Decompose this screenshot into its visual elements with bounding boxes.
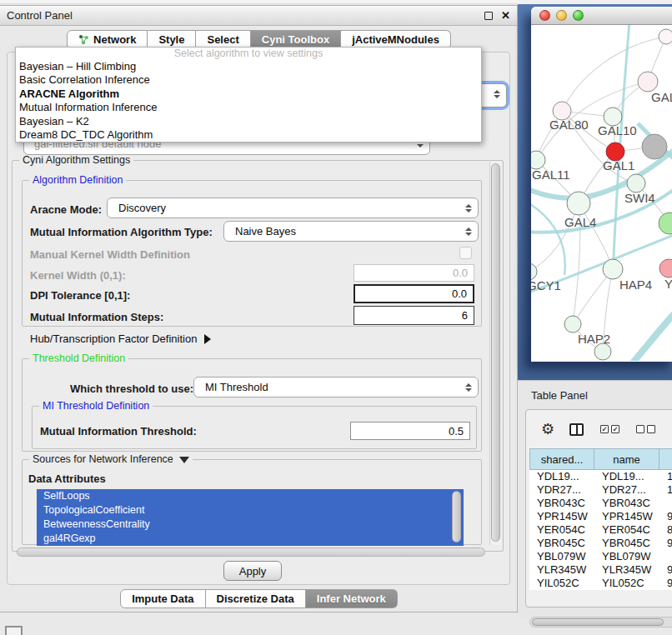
which-threshold-label: Which threshold to use: bbox=[70, 382, 193, 396]
network-node-hap4[interactable] bbox=[603, 259, 623, 279]
column-header[interactable]: A bbox=[659, 448, 672, 470]
table-row[interactable]: YBR043CYBR043C bbox=[529, 497, 672, 510]
mi-steps-label: Mutual Information Steps: bbox=[30, 311, 163, 324]
mi-type-value: Naive Bayes bbox=[235, 225, 296, 238]
network-node-y[interactable] bbox=[659, 259, 672, 278]
table-row[interactable]: YBR045CYBR045C9. bbox=[529, 537, 672, 550]
table-cell: YER054C bbox=[529, 523, 594, 537]
node-label: GAL1 bbox=[603, 158, 634, 172]
bottom-tab-bar: Impute DataDiscretize DataInfer Network bbox=[0, 589, 518, 608]
table-header-row: shared...nameA bbox=[529, 448, 672, 470]
table-row[interactable]: YDL19...YDL19...13 bbox=[529, 470, 672, 483]
settings-gear-icon[interactable]: ⚙ bbox=[541, 422, 554, 437]
tab-impute-data[interactable]: Impute Data bbox=[120, 589, 205, 608]
select-all-checkboxes-icon[interactable]: ✓✓ bbox=[600, 425, 619, 433]
network-node-swi4[interactable] bbox=[627, 174, 645, 192]
node-label: GAL4 bbox=[564, 215, 596, 229]
column-header[interactable]: name bbox=[594, 448, 659, 470]
table-cell: YER054C bbox=[594, 523, 659, 537]
network-node-hap2[interactable] bbox=[564, 316, 581, 332]
network-node-gal4[interactable] bbox=[567, 192, 590, 215]
algorithm-option[interactable]: Bayesian – K2 bbox=[16, 115, 481, 128]
attribute-list-item[interactable]: SelfLoops bbox=[37, 489, 464, 503]
table-panel: Table Panel ⚙ ✓✓ shared...nameA YDL19...… bbox=[518, 380, 672, 618]
table-cell: YDL19... bbox=[529, 470, 594, 483]
close-icon[interactable]: ✕ bbox=[501, 12, 510, 20]
settings-horizontal-scrollbar[interactable] bbox=[17, 548, 485, 557]
aracne-mode-combo[interactable]: Discovery bbox=[107, 198, 479, 218]
node-label: GAL80 bbox=[549, 118, 589, 132]
float-window-icon[interactable] bbox=[484, 12, 493, 20]
node-label: HAP4 bbox=[619, 278, 652, 292]
table-cell: YDR27... bbox=[594, 483, 659, 497]
network-view-window: GALGAL80GAL10GAL1GAL11SWI4GAL4GCY1HAP4YH… bbox=[531, 7, 672, 362]
data-attributes-list[interactable]: SelfLoopsTopologicalCoefficientBetweenne… bbox=[37, 489, 464, 546]
node-table: shared...nameA YDL19...YDL19...13YDR27..… bbox=[529, 448, 672, 590]
attribute-list-item[interactable]: BetweennessCentrality bbox=[37, 518, 464, 532]
attribute-list-item[interactable]: gal4RGexp bbox=[37, 532, 464, 546]
dpi-tolerance-field[interactable]: 0.0 bbox=[354, 284, 474, 303]
network-node[interactable] bbox=[659, 212, 672, 234]
mi-steps-field[interactable]: 6 bbox=[354, 306, 474, 325]
network-node-gcy1[interactable] bbox=[531, 263, 537, 280]
network-edge-highlighted bbox=[629, 310, 672, 361]
network-graph: GALGAL80GAL10GAL1GAL11SWI4GAL4GCY1HAP4YH… bbox=[531, 25, 672, 361]
panel-title: Control Panel bbox=[7, 9, 73, 22]
settings-vertical-scrollbar[interactable] bbox=[489, 162, 501, 545]
table-cell: YPR145W bbox=[594, 510, 659, 523]
algorithm-option[interactable]: Bayesian – Hill Climbing bbox=[16, 60, 481, 73]
table-row[interactable]: YPR145WYPR145W9. bbox=[529, 510, 672, 523]
hub-definition-expander[interactable]: Hub/Transcription Factor Definition bbox=[30, 332, 211, 345]
network-node-gal[interactable] bbox=[638, 72, 658, 92]
manual-kernel-checkbox[interactable] bbox=[459, 247, 472, 259]
attribute-list-item[interactable]: TopologicalCoefficient bbox=[37, 503, 464, 518]
collapsed-arrow-icon bbox=[204, 334, 211, 344]
mi-threshold-field[interactable]: 0.5 bbox=[350, 422, 470, 440]
table-row[interactable]: YIL052CYIL052C9 bbox=[529, 577, 672, 590]
network-edge bbox=[531, 203, 579, 272]
list-scrollbar[interactable] bbox=[452, 491, 461, 542]
network-node[interactable] bbox=[594, 343, 611, 360]
tab-infer-network[interactable]: Infer Network bbox=[306, 589, 398, 608]
tab-discretize-data[interactable]: Discretize Data bbox=[206, 589, 306, 608]
table-row[interactable]: YDR27...YDR27...12 bbox=[529, 483, 672, 497]
algorithm-option[interactable]: ARACNE Algorithm bbox=[16, 88, 481, 101]
table-panel-title: Table Panel bbox=[531, 389, 588, 402]
mi-threshold-definition-title: MI Threshold Definition bbox=[39, 400, 153, 412]
mi-steps-value: 6 bbox=[462, 309, 468, 322]
which-threshold-combo[interactable]: MI Threshold bbox=[193, 377, 479, 398]
table-cell: YLR345W bbox=[594, 563, 659, 577]
zoom-window-icon[interactable] bbox=[573, 10, 584, 21]
table-cell: YDR27... bbox=[529, 483, 594, 497]
apply-button[interactable]: Apply bbox=[223, 561, 282, 581]
mi-threshold-value: 0.5 bbox=[449, 425, 464, 438]
table-row[interactable]: YLR345WYLR345W9. bbox=[529, 563, 672, 577]
algorithm-dropdown-popup: Select algorithm to view settings Bayesi… bbox=[15, 47, 482, 142]
split-columns-icon[interactable] bbox=[569, 423, 584, 436]
kernel-width-label: Kernel Width (0,1): bbox=[30, 269, 126, 282]
aracne-mode-value: Discovery bbox=[118, 202, 166, 214]
deselect-all-checkboxes-icon[interactable] bbox=[636, 425, 655, 433]
table-cell: 8. bbox=[659, 523, 672, 537]
table-row[interactable]: YBL079WYBL079W bbox=[529, 550, 672, 563]
table-horizontal-scrollbar[interactable] bbox=[529, 617, 672, 628]
expanded-arrow-icon bbox=[179, 457, 189, 463]
network-canvas[interactable]: GALGAL80GAL10GAL1GAL11SWI4GAL4GCY1HAP4YH… bbox=[531, 25, 672, 361]
minimize-window-icon[interactable] bbox=[556, 10, 567, 21]
close-window-icon[interactable] bbox=[539, 10, 550, 21]
algorithm-option[interactable]: Basic Correlation Inference bbox=[16, 73, 481, 87]
minimized-panel-icon[interactable] bbox=[5, 626, 23, 635]
table-cell: YBR043C bbox=[594, 497, 659, 510]
algorithm-option[interactable]: Dream8 DC_TDC Algorithm bbox=[16, 128, 481, 142]
table-row[interactable]: YER054CYER054C8. bbox=[529, 523, 672, 537]
node-label: Y bbox=[664, 277, 672, 291]
algorithm-option[interactable]: Mutual Information Inference bbox=[16, 101, 481, 114]
network-node-gal11[interactable] bbox=[531, 151, 545, 169]
node-label: GAL bbox=[651, 90, 672, 104]
network-node[interactable] bbox=[642, 134, 667, 159]
table-cell: 9 bbox=[659, 577, 672, 590]
manual-kernel-label: Manual Kernel Width Definition bbox=[30, 248, 190, 262]
column-header[interactable]: shared... bbox=[529, 448, 594, 470]
mi-type-combo[interactable]: Naive Bayes bbox=[223, 221, 479, 242]
network-node[interactable] bbox=[659, 29, 672, 44]
